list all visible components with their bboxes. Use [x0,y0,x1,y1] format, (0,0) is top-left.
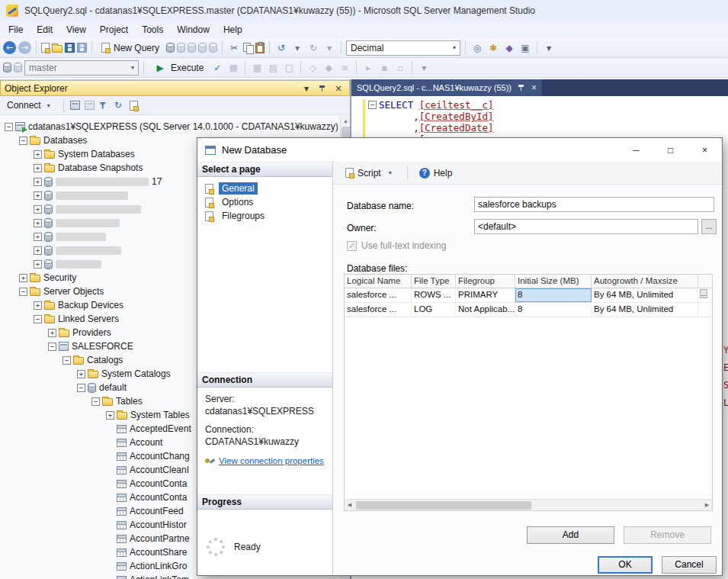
datatype-combo[interactable]: Decimal▾ [346,40,460,56]
save-all-icon[interactable] [77,43,87,53]
menu-project[interactable]: Project [93,22,135,37]
grid-cell[interactable]: By 64 MB, Unlimited [592,303,698,317]
sqlcmd-mode-icon[interactable]: ▸ [361,61,375,75]
tab-close-icon[interactable]: × [531,82,537,93]
grid-cell[interactable]: Not Applicab... [456,303,515,317]
view-connection-properties-link[interactable]: View connection properties [219,456,324,465]
connect-server-icon[interactable] [70,101,80,110]
client-stats-icon[interactable]: ≡ [338,61,351,75]
open-file-icon[interactable] [52,45,63,53]
tab-sqlquery2[interactable]: SQLQuery2.sql - c...NAS1¥kuwazzy (55)) × [351,79,542,96]
grid-cell[interactable]: LOG [412,303,456,317]
tree-expander-minus-icon[interactable]: − [77,384,85,392]
script-button[interactable]: Script ▾ [341,166,400,180]
grid-cell[interactable]: ROWS ... [412,288,456,302]
menu-file[interactable]: File [2,22,30,37]
cancel-query-icon[interactable]: ■ [226,61,240,75]
query-options-icon[interactable]: ▾ [417,61,431,75]
comment-icon[interactable]: ▪ [377,61,391,75]
window-layout-icon[interactable]: ▣ [518,41,532,55]
tree-expander-plus-icon[interactable]: + [34,205,42,214]
tree-expander-minus-icon[interactable]: − [34,315,42,323]
available-databases-combo[interactable]: master▾ [24,60,139,76]
grid-cell[interactable]: salesforce ... [345,303,412,317]
page-item-general[interactable]: General [197,182,332,195]
database-engine-query-icon[interactable] [166,43,175,53]
chevron-down-icon[interactable]: ▾ [449,44,460,51]
xmla-query-icon[interactable] [198,43,207,53]
tree-item-cdatanas1-sqlexpress-sql-server-14-0-1000-cdatanas1-kuwazzy[interactable]: −cdatanas1¥SQLEXPRESS (SQL Server 14.0.1… [0,120,340,133]
fold-collapse-icon[interactable]: − [368,101,377,109]
live-query-stats-icon[interactable]: ◆ [322,61,335,75]
menu-window[interactable]: Window [170,22,216,37]
close-icon[interactable]: × [332,82,345,95]
execute-button[interactable]: ▶Execute [149,60,208,76]
tree-expander-minus-icon[interactable]: − [48,343,56,351]
tree-expander-plus-icon[interactable]: + [34,233,42,241]
undo-caret-icon[interactable]: ▾ [290,41,304,55]
change-connection-icon[interactable] [14,63,22,72]
owner-input[interactable] [474,219,698,234]
grid-cell[interactable]: 8 [515,288,592,302]
tree-expander-plus-icon[interactable]: + [34,260,42,269]
grid-cell[interactable]: PRIMARY [456,288,515,302]
new-file-icon[interactable] [41,43,50,53]
menu-edit[interactable]: Edit [30,22,59,37]
results-to-file-icon[interactable]: □ [282,61,296,75]
dialog-titlebar[interactable]: New Database ─ □ × [197,138,722,162]
scroll-left-icon[interactable]: ◀ [345,500,354,510]
tree-expander-plus-icon[interactable]: + [34,150,42,159]
scroll-up-icon[interactable]: ▲ [341,116,350,126]
tree-expander-minus-icon[interactable]: − [19,137,27,145]
grid-cell[interactable]: By 64 MB, Unlimited [592,288,698,302]
tree-expander-plus-icon[interactable]: + [34,191,42,200]
close-button[interactable]: × [688,138,722,162]
dmx-query-icon[interactable] [188,43,196,53]
scrollbar-thumb[interactable] [356,501,531,510]
grid-cell[interactable]: salesforce ... [345,288,412,302]
toolbar-overflow-icon[interactable]: ▾ [542,41,556,55]
new-query-button[interactable]: New Query [97,42,164,54]
tree-expander-plus-icon[interactable]: + [106,411,114,420]
auto-hide-pin-icon[interactable] [318,84,327,93]
estimated-plan-icon[interactable]: ◇ [306,61,319,75]
grid-horizontal-scrollbar[interactable]: ◀ ▶ [345,499,712,510]
maximize-button[interactable]: □ [653,138,688,162]
find-icon[interactable]: ◎ [470,41,484,55]
redo-icon[interactable]: ↻ [306,41,320,55]
cancel-button[interactable]: Cancel [662,556,717,574]
tree-expander-minus-icon[interactable]: − [19,288,27,296]
row-browse-button[interactable]: ... [700,289,707,298]
ok-button[interactable]: OK [598,556,653,574]
parse-icon[interactable]: ✓ [210,61,224,75]
save-icon[interactable] [65,43,75,53]
tree-expander-plus-icon[interactable]: + [48,329,56,337]
tree-expander-plus-icon[interactable]: + [34,178,42,186]
connect-button[interactable]: Connect ▾ [4,98,57,112]
tree-expander-plus-icon[interactable]: + [19,274,27,282]
window-position-icon[interactable]: ▾ [300,82,313,95]
scroll-right-icon[interactable]: ▶ [702,500,712,510]
disconnect-server-icon[interactable] [85,101,95,110]
tree-expander-plus-icon[interactable]: + [34,164,42,172]
tree-expander-minus-icon[interactable]: − [63,356,71,365]
tree-expander-minus-icon[interactable]: − [91,397,100,406]
menu-help[interactable]: Help [216,22,249,37]
paste-icon[interactable] [255,43,265,53]
back-icon[interactable]: ← [3,41,16,54]
refresh-icon[interactable]: ↻ [111,98,125,112]
object-explorer-icon[interactable]: ◆ [502,41,516,55]
tree-expander-plus-icon[interactable]: + [34,219,42,227]
chevron-down-icon[interactable]: ▾ [127,64,138,71]
results-to-grid-icon[interactable]: ▦ [250,61,264,75]
filter-icon[interactable] [99,102,107,109]
script-page-icon[interactable] [130,101,138,111]
tree-expander-minus-icon[interactable]: − [5,123,13,131]
add-button[interactable]: Add [527,526,614,544]
database-name-input[interactable] [474,197,714,212]
properties-window-icon[interactable]: ✱ [486,41,500,55]
forward-icon[interactable]: → [18,41,31,54]
page-item-filegroups[interactable]: Filegroups [197,209,332,223]
minimize-button[interactable]: ─ [619,138,653,162]
grid-cell[interactable]: 8 [515,303,592,317]
